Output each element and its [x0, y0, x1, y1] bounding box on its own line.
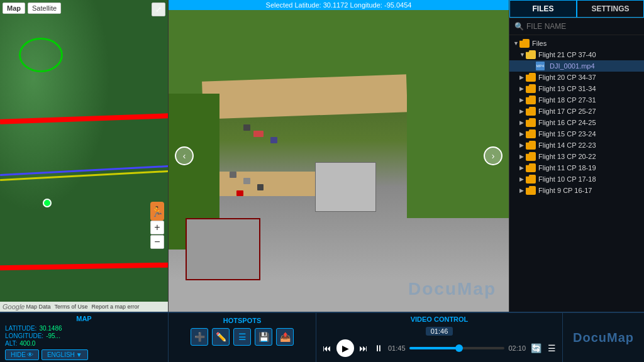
google-logo: Google [3, 303, 25, 310]
video-panel: Selected Latitude: 30.1172 Longitude: -9… [169, 0, 509, 312]
tree-item-f10[interactable]: ▶ Flight 10 CP 17-18 [509, 173, 644, 185]
hotspot-export-button[interactable]: 📤 [276, 328, 294, 346]
file-icon-dji: MP4 [536, 62, 545, 70]
tree-arrow-f14: ▶ [519, 142, 526, 148]
tree-arrow-f13: ▶ [519, 153, 526, 160]
video-menu-button[interactable]: ☰ [547, 343, 557, 353]
tree-arrow-f15: ▶ [519, 131, 526, 137]
map-person-icon[interactable]: 🏃 [150, 202, 164, 221]
map-footer: Google Map Data Terms of Use Report a ma… [0, 302, 168, 312]
files-panel: FILES SETTINGS 🔍 ▼ Files ▼ Flight 21 CP … [509, 0, 644, 312]
hotspot-list-button[interactable]: ☰ [233, 328, 251, 346]
terms-link[interactable]: Terms of Use [55, 304, 88, 310]
map-position-dot [43, 199, 52, 207]
tree-item-root[interactable]: ▼ Files [509, 38, 644, 49]
altitude-label: ALT: [5, 340, 17, 347]
bottom-hotspots-section: HOTSPOTS ➕ ✏️ ☰ 💾 📤 [169, 313, 316, 362]
tree-item-f17[interactable]: ▶ Flight 17 CP 25-27 [509, 106, 644, 117]
tree-arrow-f16: ▶ [519, 119, 526, 126]
zoom-in-button[interactable]: + [150, 221, 164, 234]
video-refresh-button[interactable]: 🔄 [530, 343, 543, 353]
bottom-video-section: VIDEO CONTROL 01:46 ⏮ ▶ ⏭ ⏸ 01:45 02:10 … [316, 313, 562, 362]
bottom-map-actions: HIDE 👁 ENGLISH ▼ [5, 349, 163, 360]
folder-icon-f19 [526, 84, 536, 93]
tree-label-f21: Flight 21 CP 37-40 [538, 51, 596, 58]
video-coords-bar: Selected Latitude: 30.1172 Longitude: -9… [169, 0, 509, 10]
video-pause-button[interactable]: ⏸ [373, 343, 384, 353]
tree-arrow-f19: ▶ [519, 85, 526, 92]
search-icon: 🔍 [514, 22, 524, 31]
tree-item-f18[interactable]: ▶ Flight 18 CP 27-31 [509, 94, 644, 106]
tab-files[interactable]: FILES [509, 0, 577, 18]
video-play-button[interactable]: ▶ [336, 339, 354, 357]
tree-arrow-f21: ▼ [519, 52, 526, 58]
video-total-time: 02:10 [508, 344, 526, 352]
folder-icon-f14 [526, 141, 536, 150]
map-expand-button[interactable]: ⤢ [152, 3, 165, 16]
video-elapsed-time: 01:45 [388, 344, 406, 352]
bottom-logo: DocuMap [562, 313, 644, 362]
tree-item-f21[interactable]: ▼ Flight 21 CP 37-40 [509, 49, 644, 60]
altitude-row: ALT: 400.0 [5, 340, 163, 347]
tree-item-f20[interactable]: ▶ Flight 20 CP 34-37 [509, 72, 644, 83]
video-skip-start-button[interactable]: ⏮ [321, 343, 333, 353]
folder-icon-f15 [526, 129, 536, 138]
tree-item-f13[interactable]: ▶ Flight 13 CP 20-22 [509, 151, 644, 162]
folder-icon-f21 [526, 50, 536, 59]
english-button[interactable]: ENGLISH ▼ [42, 349, 88, 360]
documap-logo: DocuMap [573, 331, 634, 345]
tree-item-f15[interactable]: ▶ Flight 15 CP 23-24 [509, 128, 644, 140]
tree-arrow-f17: ▶ [519, 108, 526, 114]
folder-icon-f20 [526, 73, 536, 82]
latitude-value: 30.1486 [39, 325, 62, 332]
video-skip-end-button[interactable]: ⏭ [358, 343, 369, 353]
map-zoom-controls: + − [150, 221, 164, 249]
map-controls: Map Satellite [3, 3, 61, 14]
tree-label-f14: Flight 14 CP 22-23 [538, 141, 596, 149]
video-nav-left-button[interactable]: ‹ [175, 146, 194, 165]
folder-icon-f10 [526, 175, 536, 184]
hotspot-save-button[interactable]: 💾 [255, 328, 272, 346]
tree-item-f14[interactable]: ▶ Flight 14 CP 22-23 [509, 140, 644, 151]
tree-arrow-f11: ▶ [519, 165, 526, 171]
tree-arrow-f10: ▶ [519, 176, 526, 182]
hotspots-title: HOTSPOTS [174, 317, 311, 324]
tree-label-root: Files [532, 40, 547, 47]
tree-item-f16[interactable]: ▶ Flight 16 CP 24-25 [509, 117, 644, 128]
folder-icon-f11 [526, 163, 536, 172]
hotspot-edit-button[interactable]: ✏️ [212, 328, 230, 346]
tree-label-f18: Flight 18 CP 27-31 [538, 96, 596, 104]
tab-settings[interactable]: SETTINGS [577, 0, 644, 18]
video-progress-thumb [455, 344, 463, 352]
video-watermark: DocuMap [408, 279, 496, 299]
bottom-map-section: MAP LATITUDE: 30.1486 LONGITUDE: -95... … [0, 313, 169, 362]
report-link[interactable]: Report a map error [92, 304, 140, 310]
tree-label-f20: Flight 20 CP 34-37 [538, 74, 596, 81]
tree-arrow-f20: ▶ [519, 74, 526, 80]
tree-item-f9[interactable]: ▶ Flight 9 CP 16-17 [509, 185, 644, 196]
folder-icon-f18 [526, 96, 536, 104]
folder-icon-f16 [526, 118, 536, 127]
map-data-label: Map Data [26, 304, 50, 310]
hide-button[interactable]: HIDE 👁 [5, 349, 39, 360]
latitude-label: LATITUDE: [5, 325, 36, 332]
video-progress-bar[interactable] [409, 347, 505, 349]
map-button[interactable]: Map [3, 3, 25, 14]
hotspot-add-button[interactable]: ➕ [191, 328, 208, 346]
zoom-out-button[interactable]: − [150, 235, 164, 249]
satellite-button[interactable]: Satellite [28, 3, 61, 14]
tree-label-f15: Flight 15 CP 23-24 [538, 130, 596, 138]
folder-icon-root [519, 39, 530, 48]
bottom-map-coords: LATITUDE: 30.1486 LONGITUDE: -95... ALT:… [5, 325, 163, 347]
longitude-value: -95... [46, 332, 60, 339]
tree-item-dji[interactable]: MP4 DJI_0001.mp4 [509, 60, 644, 72]
tree-item-f11[interactable]: ▶ Flight 11 CP 18-19 [509, 162, 644, 173]
tree-label-f10: Flight 10 CP 17-18 [538, 175, 596, 183]
folder-icon-f17 [526, 107, 536, 116]
video-current-time-badge: 01:46 [426, 327, 453, 336]
tree-label-f9: Flight 9 CP 16-17 [538, 187, 592, 194]
hotspot-actions: ➕ ✏️ ☰ 💾 📤 [174, 328, 311, 346]
search-input[interactable] [526, 22, 639, 31]
tree-item-f19[interactable]: ▶ Flight 19 CP 31-34 [509, 83, 644, 94]
video-nav-right-button[interactable]: › [484, 146, 502, 165]
